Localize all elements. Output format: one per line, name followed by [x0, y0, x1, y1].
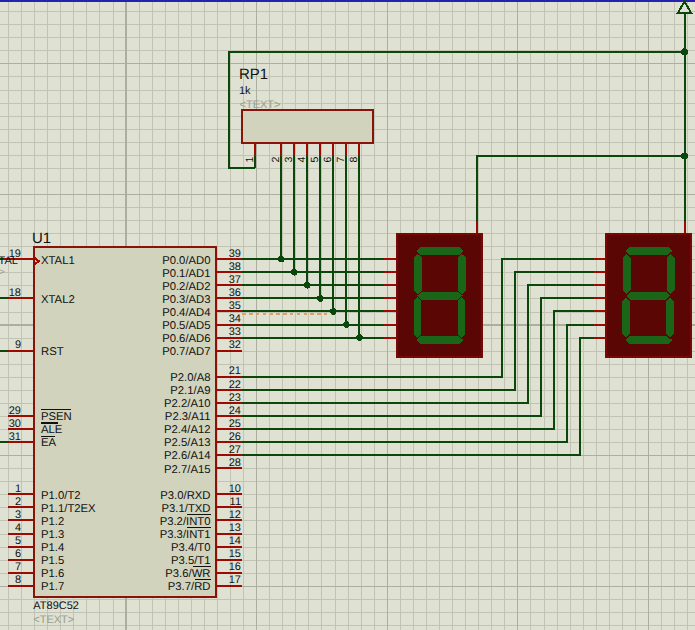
svg-text:PSEN: PSEN — [41, 411, 72, 423]
svg-text:36: 36 — [229, 287, 241, 299]
svg-text:<TEXT>: <TEXT> — [240, 99, 281, 111]
svg-text:34: 34 — [229, 313, 241, 325]
svg-text:XTAL1: XTAL1 — [41, 255, 75, 267]
svg-text:P3.5/T1: P3.5/T1 — [171, 555, 211, 567]
svg-text:11: 11 — [230, 496, 241, 508]
svg-text:37: 37 — [229, 274, 241, 286]
svg-text:P3.4/T0: P3.4/T0 — [171, 542, 211, 554]
svg-text:12: 12 — [229, 509, 241, 521]
svg-text:ALE: ALE — [41, 424, 63, 436]
svg-text:P3.1/TXD: P3.1/TXD — [162, 503, 211, 515]
svg-text:21: 21 — [229, 365, 241, 377]
svg-text:P0.5/AD5: P0.5/AD5 — [162, 320, 210, 332]
svg-text:15: 15 — [229, 548, 241, 560]
svg-text:8: 8 — [348, 156, 360, 162]
svg-text:P2.6/A14: P2.6/A14 — [164, 450, 210, 462]
svg-text:7: 7 — [335, 157, 347, 163]
svg-text:3: 3 — [15, 509, 21, 521]
svg-text:22: 22 — [229, 379, 241, 391]
svg-text:10: 10 — [229, 483, 241, 495]
svg-text:P2.2/A10: P2.2/A10 — [164, 398, 210, 410]
svg-text:2: 2 — [270, 157, 282, 163]
svg-text:16: 16 — [229, 561, 241, 573]
svg-text:1: 1 — [244, 156, 256, 162]
svg-text:28: 28 — [229, 457, 241, 469]
svg-text:4: 4 — [296, 156, 308, 162]
svg-text:P0.7/AD7: P0.7/AD7 — [162, 346, 210, 358]
svg-text:6: 6 — [15, 548, 21, 560]
svg-text:P0.2/AD2: P0.2/AD2 — [162, 281, 210, 293]
svg-text:24: 24 — [229, 405, 241, 417]
svg-text:P0.6/AD6: P0.6/AD6 — [162, 333, 210, 345]
svg-text:P1.5: P1.5 — [41, 555, 64, 567]
svg-text:P1.3: P1.3 — [41, 529, 64, 541]
svg-text:AT89C52: AT89C52 — [33, 600, 79, 612]
svg-text:<TEXT>: <TEXT> — [33, 614, 74, 626]
svg-text:38: 38 — [229, 261, 241, 273]
svg-text:U1: U1 — [32, 230, 51, 247]
svg-text:7: 7 — [15, 561, 21, 573]
svg-text:P0.4/AD4: P0.4/AD4 — [162, 307, 210, 319]
svg-text:P3.3/INT1: P3.3/INT1 — [160, 529, 211, 541]
svg-text:XTAL2: XTAL2 — [41, 294, 75, 306]
svg-text:6: 6 — [322, 157, 334, 163]
svg-text:18: 18 — [9, 287, 21, 299]
svg-text:RST: RST — [41, 346, 64, 358]
svg-text:>: > — [0, 267, 5, 278]
svg-text:P1.7: P1.7 — [41, 581, 64, 593]
svg-text:P0.3/AD3: P0.3/AD3 — [162, 294, 210, 306]
svg-text:P0.0/AD0: P0.0/AD0 — [162, 255, 210, 267]
svg-text:TAL: TAL — [0, 255, 18, 267]
svg-text:P2.7/A15: P2.7/A15 — [164, 464, 210, 476]
svg-text:33: 33 — [229, 326, 241, 338]
svg-text:35: 35 — [229, 300, 241, 312]
svg-text:4: 4 — [15, 522, 21, 534]
svg-text:23: 23 — [229, 392, 241, 404]
svg-text:5: 5 — [309, 156, 321, 162]
svg-text:9: 9 — [15, 339, 21, 351]
svg-text:P3.7/RD: P3.7/RD — [168, 581, 211, 593]
svg-text:30: 30 — [9, 418, 21, 430]
svg-text:2: 2 — [15, 496, 21, 508]
svg-text:8: 8 — [15, 574, 21, 586]
svg-text:P1.6: P1.6 — [41, 568, 64, 580]
svg-text:P2.5/A13: P2.5/A13 — [164, 437, 210, 449]
svg-text:P1.2: P1.2 — [41, 516, 64, 528]
svg-text:1k: 1k — [239, 85, 251, 97]
svg-text:EA: EA — [41, 437, 57, 449]
svg-text:31: 31 — [9, 431, 21, 443]
svg-text:P2.1/A9: P2.1/A9 — [170, 385, 210, 397]
svg-text:P2.0/A8: P2.0/A8 — [170, 372, 210, 384]
svg-text:14: 14 — [229, 535, 241, 547]
svg-text:P1.4: P1.4 — [41, 542, 64, 554]
svg-text:RP1: RP1 — [239, 66, 268, 83]
svg-text:29: 29 — [9, 405, 21, 417]
svg-text:25: 25 — [229, 418, 241, 430]
svg-text:P1.0/T2: P1.0/T2 — [41, 490, 81, 502]
svg-text:13: 13 — [229, 522, 241, 534]
svg-text:P2.4/A12: P2.4/A12 — [164, 424, 210, 436]
svg-text:1: 1 — [15, 483, 21, 495]
svg-text:P3.0/RXD: P3.0/RXD — [160, 490, 210, 502]
svg-text:5: 5 — [15, 535, 21, 547]
svg-text:P3.2/INT0: P3.2/INT0 — [160, 516, 211, 528]
svg-text:P3.6/WR: P3.6/WR — [165, 568, 210, 580]
svg-text:17: 17 — [229, 574, 241, 586]
svg-text:27: 27 — [229, 444, 241, 456]
svg-text:P2.3/A11: P2.3/A11 — [165, 411, 211, 423]
svg-text:P0.1/AD1: P0.1/AD1 — [162, 268, 210, 280]
svg-text:32: 32 — [229, 339, 241, 351]
svg-text:3: 3 — [283, 157, 295, 163]
svg-text:P1.1/T2EX: P1.1/T2EX — [41, 503, 96, 515]
svg-text:39: 39 — [229, 248, 241, 260]
svg-text:26: 26 — [229, 431, 241, 443]
